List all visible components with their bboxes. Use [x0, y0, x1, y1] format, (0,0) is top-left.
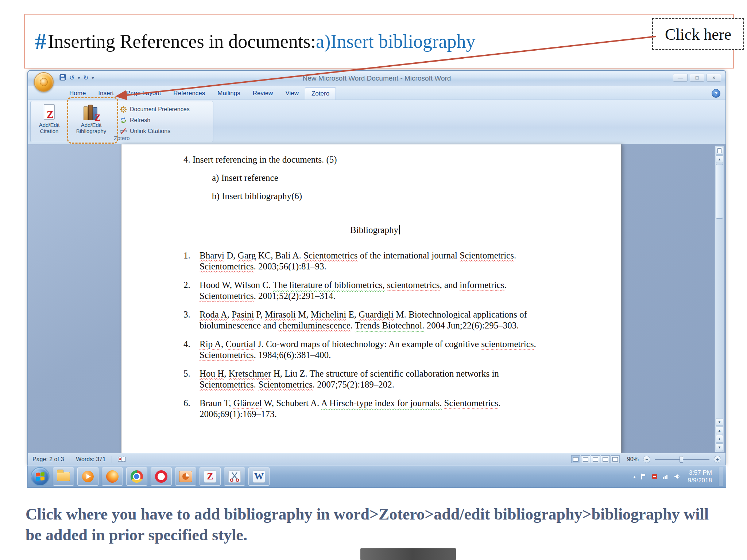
- maximize-button[interactable]: □: [690, 74, 704, 82]
- zotero-menu-column: Document Preferences Refresh Unlink Cita…: [117, 104, 192, 137]
- document-preferences-button[interactable]: Document Preferences: [117, 104, 192, 115]
- doc-line-1[interactable]: 4. Insert referencing in the documents. …: [183, 154, 566, 165]
- document-content: 4. Insert referencing in the documents. …: [121, 144, 621, 420]
- tray-status-icon[interactable]: [652, 474, 658, 479]
- ruler-toggle-button[interactable]: [716, 147, 723, 155]
- undo-button[interactable]: ↺: [69, 74, 74, 82]
- minimize-button[interactable]: —: [673, 74, 688, 82]
- web-layout-view-button[interactable]: [591, 455, 600, 463]
- slide-caption: Click where you have to add bibliography…: [26, 504, 722, 545]
- tab-home[interactable]: Home: [63, 87, 92, 100]
- taskbar-media-player[interactable]: [77, 467, 98, 486]
- taskbar-snipping-tool[interactable]: [224, 467, 245, 486]
- ruler-icon: [717, 148, 721, 153]
- tab-page-layout[interactable]: Page Layout: [120, 87, 167, 100]
- zoom-in-button[interactable]: +: [714, 456, 721, 463]
- help-button[interactable]: ?: [712, 89, 720, 98]
- taskbar-explorer[interactable]: [53, 467, 74, 486]
- ribbon: Z Add/Edit Citation Z Add/Edit Bibliogra…: [28, 100, 725, 144]
- tab-mailings[interactable]: Mailings: [211, 87, 246, 100]
- redo-button[interactable]: ↻: [83, 74, 88, 82]
- zoom-slider[interactable]: [655, 459, 709, 460]
- slide: # Inserting References in documents: a)I…: [0, 0, 747, 560]
- unlink-icon: [120, 128, 127, 135]
- status-bar: Page: 2 of 3 Words: 371 90% −: [28, 453, 725, 465]
- taskbar-powerpoint[interactable]: [175, 467, 196, 486]
- save-button[interactable]: [59, 74, 66, 82]
- taskbar-opera[interactable]: [151, 467, 172, 486]
- word-window-frame: New Microsoft Word Document - Microsoft …: [27, 70, 726, 465]
- zotero-icon: Z: [204, 470, 216, 483]
- ribbon-tab-strip: Home Insert Page Layout References Maili…: [28, 86, 725, 100]
- document-page[interactable]: 4. Insert referencing in the documents. …: [121, 144, 622, 454]
- start-button[interactable]: [31, 467, 50, 486]
- bibliography-heading[interactable]: Bibliography: [183, 224, 566, 236]
- draft-view-button[interactable]: [611, 455, 620, 463]
- taskbar-clock[interactable]: 3:57 PM 9/9/2018: [686, 469, 714, 484]
- tab-zotero[interactable]: Zotero: [305, 87, 336, 100]
- statusbar-divider: [112, 456, 112, 463]
- refresh-button[interactable]: Refresh: [117, 115, 192, 126]
- reference-item-2[interactable]: 2. Hood W, Wilson C. The literature of b…: [183, 280, 566, 302]
- citation-label-line1: Add/Edit: [39, 122, 60, 128]
- previous-page-button[interactable]: ▲: [716, 427, 723, 434]
- tab-references[interactable]: References: [167, 87, 211, 100]
- bibliography-label-line2: Bibliography: [76, 128, 107, 134]
- bibliography-heading-text: Bibliography: [350, 225, 398, 235]
- reference-item-4[interactable]: 4. Rip A, Courtial J. Co-word maps of bi…: [183, 339, 566, 361]
- firefox-icon: [106, 470, 119, 483]
- word-window: New Microsoft Word Document - Microsoft …: [27, 70, 726, 488]
- zoom-out-button[interactable]: −: [643, 456, 650, 463]
- undo-dropdown-icon[interactable]: ▾: [78, 75, 80, 81]
- vertical-scrollbar[interactable]: ▲ ▼ ▲ ● ▼: [715, 145, 724, 452]
- network-icon[interactable]: [662, 474, 669, 479]
- reference-item-3[interactable]: 3. Roda A, Pasini P, Mirasoli M, Micheli…: [183, 309, 566, 331]
- taskbar-firefox[interactable]: [102, 467, 123, 486]
- outline-view-button[interactable]: [601, 455, 610, 463]
- office-button[interactable]: [34, 72, 54, 92]
- statusbar-right-cluster: 90% − +: [571, 455, 721, 463]
- slide-title: # Inserting References in documents: a)I…: [24, 14, 734, 69]
- volume-icon[interactable]: [674, 474, 681, 479]
- bibliography-books-icon: Z: [82, 104, 100, 121]
- show-desktop-button[interactable]: [719, 467, 723, 486]
- tab-view[interactable]: View: [279, 87, 305, 100]
- title-accent-text: a)Insert bibliography: [316, 31, 476, 52]
- show-hidden-icons-button[interactable]: ▴: [633, 474, 636, 479]
- zoom-level[interactable]: 90%: [627, 456, 639, 463]
- reference-item-5[interactable]: 5. Hou H, Kretschmer H, Liu Z. The struc…: [183, 368, 566, 390]
- reference-number: 2.: [183, 280, 200, 302]
- taskbar-word[interactable]: W: [248, 467, 270, 486]
- reference-item-6[interactable]: 6. Braun T, Glänzel W, Schubert A. A Hir…: [183, 398, 566, 420]
- zotero-ribbon-group: Z Add/Edit Citation Z Add/Edit Bibliogra…: [30, 101, 213, 142]
- select-browse-object-button[interactable]: ●: [716, 435, 723, 443]
- taskbar-chrome[interactable]: [126, 467, 147, 486]
- office-orb-icon: [40, 78, 48, 86]
- scrollbar-thumb[interactable]: [716, 164, 723, 219]
- page-indicator[interactable]: Page: 2 of 3: [32, 456, 64, 463]
- window-title: New Microsoft Word Document - Microsoft …: [28, 71, 725, 86]
- doc-line-2[interactable]: a) Insert reference: [212, 172, 566, 183]
- reference-item-1[interactable]: 1. Bharvi D, Garg KC, Bali A. Scientomet…: [183, 250, 566, 272]
- reference-number: 6.: [183, 398, 200, 420]
- spellcheck-icon[interactable]: [118, 456, 126, 463]
- zoom-slider-thumb[interactable]: [680, 456, 683, 463]
- action-center-flag-icon[interactable]: [640, 473, 647, 480]
- reference-text: Roda A, Pasini P, Mirasoli M, Michelini …: [200, 309, 550, 331]
- scroll-down-button[interactable]: ▼: [716, 418, 723, 426]
- scroll-up-button[interactable]: ▲: [716, 155, 723, 163]
- doc-line-3[interactable]: b) Insert bibliography(6): [212, 190, 566, 202]
- qat-customize-icon[interactable]: ▾: [92, 75, 94, 81]
- taskbar-zotero[interactable]: Z: [200, 467, 221, 486]
- next-page-button[interactable]: ▼: [716, 443, 723, 451]
- close-button[interactable]: ×: [707, 74, 721, 82]
- opera-icon: [155, 470, 167, 483]
- print-layout-view-button[interactable]: [571, 455, 580, 463]
- add-edit-bibliography-button[interactable]: Z Add/Edit Bibliography: [69, 103, 114, 136]
- fullscreen-view-button[interactable]: [581, 455, 590, 463]
- tab-insert[interactable]: Insert: [92, 87, 120, 100]
- tab-review[interactable]: Review: [247, 87, 279, 100]
- add-edit-citation-button[interactable]: Z Add/Edit Citation: [32, 103, 66, 136]
- word-count[interactable]: Words: 371: [76, 456, 106, 463]
- window-titlebar[interactable]: New Microsoft Word Document - Microsoft …: [28, 71, 725, 86]
